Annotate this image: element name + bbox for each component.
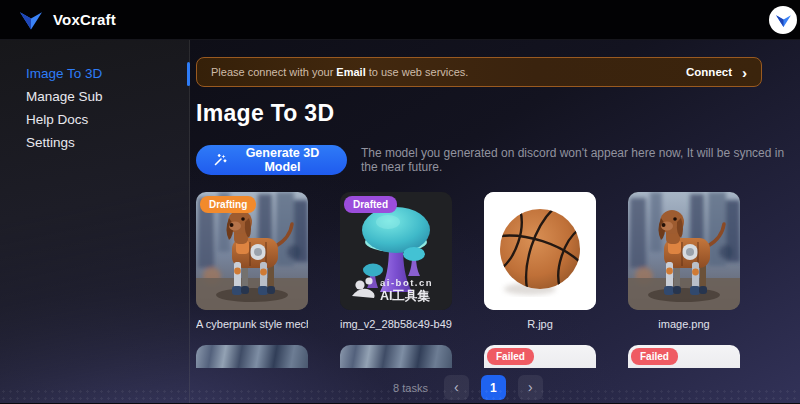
pagination: 8 tasks ‹ 1 ›	[196, 375, 740, 400]
user-avatar[interactable]	[769, 6, 797, 34]
actions-row: Generate 3D Model The model you generate…	[196, 145, 800, 175]
sidebar-item-manage-sub[interactable]: Manage Sub	[0, 87, 189, 110]
sidebar-item-label: Manage Sub	[26, 89, 103, 104]
prev-page-button[interactable]: ‹	[444, 375, 469, 400]
connect-button[interactable]: Connect ›	[686, 66, 747, 78]
discord-sync-notice: The model you generated on discord won't…	[361, 146, 800, 174]
cyberpunk-dog-image	[628, 192, 740, 310]
model-card-grid: Drafting A cyberpunk style mechanical...	[196, 192, 740, 330]
model-thumbnail-partial[interactable]	[196, 345, 308, 368]
model-thumbnail-cyberpunk-dog[interactable]	[628, 192, 740, 310]
voxcraft-logo-icon	[18, 9, 44, 31]
main-panel: Please connect with your Email to use we…	[190, 40, 800, 403]
watermark-cjk: AI工具集	[380, 289, 431, 303]
generate-button-label: Generate 3D Model	[235, 146, 330, 174]
card-caption: R.jpg	[484, 318, 596, 330]
next-page-button[interactable]: ›	[518, 375, 543, 400]
model-card-grid-row2: Failed Failed	[196, 345, 740, 368]
chevron-right-icon: ›	[528, 379, 533, 395]
generate-3d-model-button[interactable]: Generate 3D Model	[196, 145, 347, 175]
model-thumbnail-mushroom[interactable]: ai-bot.cn AI工具集 Drafted	[340, 192, 452, 310]
page-1-button[interactable]: 1	[481, 375, 506, 400]
model-card: image.png	[628, 192, 740, 330]
model-thumbnail-cyberpunk-dog[interactable]: Drafting	[196, 192, 308, 310]
sidebar-item-label: Help Docs	[26, 112, 88, 127]
brand-name: VoxCraft	[53, 11, 116, 28]
card-caption: A cyberpunk style mechanical...	[196, 318, 308, 330]
model-card: Drafting A cyberpunk style mechanical...	[196, 192, 308, 330]
sidebar-item-image-to-3d[interactable]: Image To 3D	[0, 64, 189, 87]
connect-label: Connect	[686, 66, 732, 78]
avatar-v-icon	[775, 13, 792, 28]
page-body: Image To 3D Manage Sub Help Docs Setting…	[0, 40, 800, 403]
model-thumbnail-partial[interactable]	[340, 345, 452, 368]
sidebar-item-label: Settings	[26, 135, 75, 150]
basketball-image	[484, 192, 596, 310]
email-connect-banner: Please connect with your Email to use we…	[196, 57, 762, 87]
model-thumbnail-basketball[interactable]	[484, 192, 596, 310]
brand: VoxCraft	[18, 9, 116, 31]
top-bar: VoxCraft	[0, 0, 800, 40]
sidebar-item-label: Image To 3D	[26, 66, 102, 81]
banner-message-suffix: to use web services.	[366, 66, 469, 78]
card-caption: img_v2_28b58c49-b49d-4e59...	[340, 318, 452, 330]
status-badge-drafted: Drafted	[344, 196, 397, 213]
watermark-domain: ai-bot.cn	[380, 277, 433, 288]
banner-email-word: Email	[336, 66, 365, 78]
card-caption: image.png	[628, 318, 740, 330]
banner-message-prefix: Please connect with your	[211, 66, 336, 78]
banner-message: Please connect with your Email to use we…	[211, 66, 686, 78]
sidebar: Image To 3D Manage Sub Help Docs Setting…	[0, 40, 190, 403]
magic-wand-icon	[213, 153, 227, 167]
model-thumbnail-partial[interactable]: Failed	[628, 345, 740, 368]
status-badge-drafting: Drafting	[200, 196, 256, 213]
model-card: R.jpg	[484, 192, 596, 330]
model-card: ai-bot.cn AI工具集 Drafted img_v2_28b58c49-…	[340, 192, 452, 330]
sidebar-item-help-docs[interactable]: Help Docs	[0, 110, 189, 133]
status-badge-failed: Failed	[631, 348, 678, 365]
sidebar-item-settings[interactable]: Settings	[0, 133, 189, 156]
model-thumbnail-partial[interactable]: Failed	[484, 345, 596, 368]
task-count: 8 tasks	[393, 382, 428, 394]
chevron-left-icon: ‹	[454, 379, 459, 395]
chevron-right-icon: ›	[742, 67, 747, 78]
page-title: Image To 3D	[196, 100, 800, 127]
status-badge-failed: Failed	[487, 348, 534, 365]
active-indicator	[187, 62, 190, 86]
